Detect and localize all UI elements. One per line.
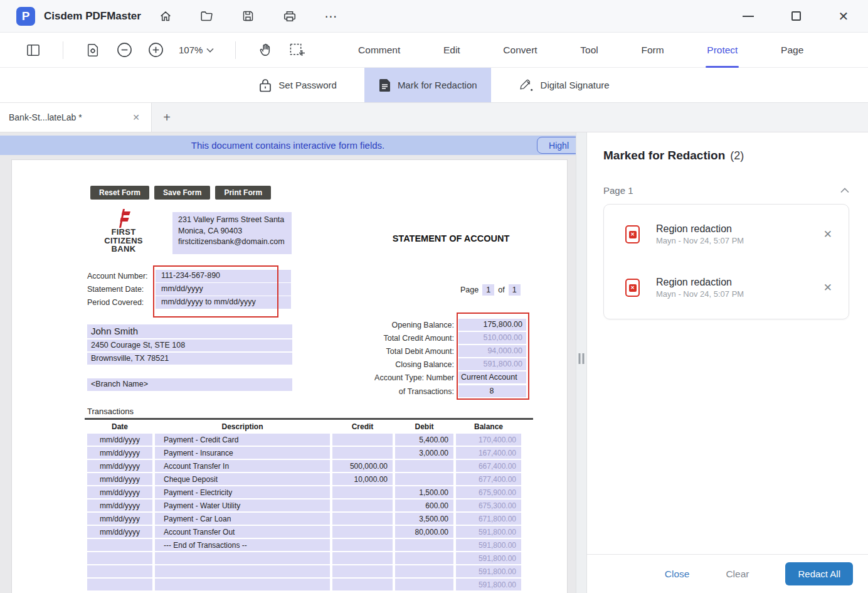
tab-page[interactable]: Page <box>780 41 805 60</box>
print-form-button[interactable]: Print Form <box>215 186 271 200</box>
txn-cell: Payment - Water Utility <box>155 500 330 511</box>
redaction-item-title: Region redaction <box>656 277 821 288</box>
txn-cell: --- End of Transactions -- <box>155 539 330 551</box>
tab-protect[interactable]: Protect <box>706 41 739 60</box>
txn-cell: Payment - Insurance <box>155 447 330 459</box>
menu-icon[interactable] <box>696 8 709 24</box>
txn-cell <box>395 460 453 472</box>
zoom-in-icon[interactable] <box>147 42 164 58</box>
home-icon[interactable] <box>157 8 174 24</box>
txn-cell: 675,900.00 <box>456 486 521 498</box>
page-indicator-prefix: Page <box>460 286 479 294</box>
more-options-icon[interactable]: ⋯ <box>323 8 339 24</box>
total-credit-label: Total Credit Amount: <box>307 334 454 343</box>
txn-cell: 671,800.00 <box>456 513 521 525</box>
closing-balance-field[interactable]: 591,800.00 <box>458 358 526 370</box>
bank-name-line3: BANK <box>98 245 149 254</box>
highlight-fields-button[interactable]: Highl <box>537 137 576 154</box>
statement-date-field[interactable]: mm/dd/yyyy <box>156 283 291 296</box>
txn-cell <box>332 486 393 498</box>
bank-name-line2: CITIZENS <box>98 237 149 245</box>
opening-balance-field[interactable]: 175,800.00 <box>458 319 526 331</box>
period-covered-field[interactable]: mm/dd/yyyy to mm/dd/yyyy <box>156 296 291 309</box>
mark-for-redaction-button[interactable]: Mark for Redaction <box>364 68 491 102</box>
page-total-field[interactable]: 1 <box>509 284 521 296</box>
reset-form-button[interactable]: Reset Form <box>90 186 149 200</box>
txn-cell: Account Transfer In <box>155 460 330 472</box>
bank-flag-icon <box>113 208 134 228</box>
txn-cell: mm/dd/yyyy <box>87 486 152 498</box>
tab-form[interactable]: Form <box>640 41 665 60</box>
col-header-description: Description <box>155 422 330 431</box>
remove-redaction-icon[interactable]: ✕ <box>821 279 835 297</box>
minimize-button[interactable] <box>740 8 756 24</box>
zoom-out-icon[interactable] <box>116 42 132 58</box>
txn-cell: mm/dd/yyyy <box>87 526 152 538</box>
bank-name-line1: FIRST <box>98 228 149 237</box>
customer-address2-field[interactable]: Brownsville, TX 78521 <box>87 353 292 365</box>
document-tab-close-icon[interactable]: ✕ <box>130 111 142 124</box>
redact-all-button[interactable]: Redact All <box>785 562 853 585</box>
panel-splitter[interactable] <box>576 132 587 593</box>
redaction-panel: Marked for Redaction (2) Page 1 Region r… <box>587 132 868 593</box>
set-password-button[interactable]: Set Password <box>245 68 351 102</box>
save-form-button[interactable]: Save Form <box>154 186 210 200</box>
total-credit-field[interactable]: 510,000.00 <box>458 332 526 344</box>
close-button[interactable]: Close <box>665 569 690 580</box>
txn-cell <box>87 539 152 551</box>
tab-convert[interactable]: Convert <box>502 41 538 60</box>
txn-cell: 170,400.00 <box>456 434 521 446</box>
txn-cell <box>332 552 393 564</box>
chevron-up-icon[interactable] <box>840 188 849 193</box>
txn-cell <box>332 526 393 538</box>
tab-tool[interactable]: Tool <box>579 41 599 60</box>
remove-redaction-icon[interactable]: ✕ <box>821 225 835 243</box>
txn-cell <box>332 565 393 577</box>
customer-name-field[interactable]: John Smith <box>87 324 292 338</box>
account-number-field[interactable]: 111-234-567-890 <box>156 270 291 282</box>
page-settings-icon[interactable] <box>85 42 101 58</box>
txn-cell: mm/dd/yyyy <box>87 513 152 525</box>
branch-name-field[interactable]: <Branch Name> <box>87 378 292 391</box>
txn-cell: 591,800.00 <box>456 526 521 538</box>
redaction-list-item[interactable]: Region redaction Mayn - Nov 24, 5:07 PM … <box>604 215 849 254</box>
panel-title: Marked for Redaction <box>603 149 725 163</box>
statement-title: STATEMENT OF ACCOUNT <box>363 233 539 243</box>
print-icon[interactable] <box>282 8 298 24</box>
tab-edit[interactable]: Edit <box>442 41 462 60</box>
new-tab-button[interactable]: + <box>152 103 182 132</box>
protect-subtoolbar: Set Password Mark for Redaction Digital … <box>0 68 868 103</box>
txn-cell <box>395 539 453 551</box>
panel-footer: Close Clear Redact All <box>587 554 868 593</box>
marquee-select-icon[interactable] <box>288 42 305 58</box>
zoom-level-dropdown[interactable]: 107% <box>179 45 214 55</box>
num-transactions-field[interactable]: 8 <box>458 385 526 397</box>
clear-button[interactable]: Clear <box>726 569 749 580</box>
digital-signature-button[interactable]: Digital Signature <box>505 68 623 102</box>
txn-cell: 10,000.00 <box>332 473 393 485</box>
main-toolbar: 107% Comment Edit Convert Tool Form Prot… <box>0 33 868 68</box>
account-type-field[interactable]: Current Account <box>458 371 526 383</box>
col-header-date: Date <box>87 422 152 431</box>
redaction-list-item[interactable]: Region redaction Mayn - Nov 24, 5:07 PM … <box>604 268 849 307</box>
save-icon[interactable] <box>240 8 257 24</box>
document-viewer: This document contains interactive form … <box>0 132 576 593</box>
page-group-header[interactable]: Page 1 <box>603 185 849 196</box>
customer-address1-field[interactable]: 2450 Courage St, STE 108 <box>87 339 292 351</box>
total-debit-field[interactable]: 94,000.00 <box>458 345 526 357</box>
sidebar-toggle-icon[interactable] <box>25 42 41 58</box>
txn-cell: 80,000.00 <box>395 526 453 538</box>
open-folder-icon[interactable] <box>199 8 215 24</box>
page-current-field[interactable]: 1 <box>482 284 494 296</box>
window-close-button[interactable]: ✕ <box>835 8 852 24</box>
transactions-divider <box>85 418 533 420</box>
maximize-button[interactable] <box>788 8 804 24</box>
splitter-handle-icon[interactable] <box>579 353 585 364</box>
txn-cell: 5,400.00 <box>395 434 453 446</box>
document-tab-bar: Bank-St...lateLab * ✕ + <box>0 103 868 132</box>
document-tab[interactable]: Bank-St...lateLab * ✕ <box>0 103 152 132</box>
hand-tool-icon[interactable] <box>257 42 273 58</box>
txn-cell: mm/dd/yyyy <box>87 434 152 446</box>
bank-address-field[interactable]: 231 Valley Farms Street Santa Monica, CA… <box>172 212 292 254</box>
tab-comment[interactable]: Comment <box>357 41 401 60</box>
